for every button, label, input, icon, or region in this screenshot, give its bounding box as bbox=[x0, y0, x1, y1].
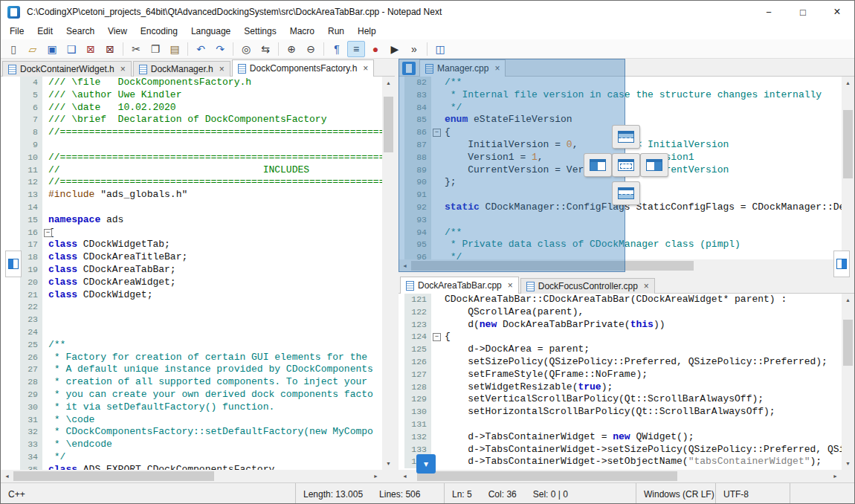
tab-close-icon[interactable]: × bbox=[508, 281, 513, 290]
line-number[interactable]: 19 bbox=[20, 264, 42, 277]
document-map-button[interactable]: ◫ bbox=[431, 41, 449, 57]
auto-hide-tab-bottom[interactable]: ▾ bbox=[416, 454, 436, 474]
scroll-track[interactable] bbox=[382, 89, 395, 457]
line-number[interactable]: 5 bbox=[20, 89, 42, 102]
line-number[interactable]: 25 bbox=[20, 339, 42, 352]
line-number[interactable]: 122 bbox=[404, 306, 431, 319]
line-number[interactable]: 18 bbox=[20, 251, 42, 264]
drop-indicator-center[interactable] bbox=[613, 154, 639, 176]
new-file-button[interactable]: ▯ bbox=[4, 41, 22, 57]
line-number[interactable]: 129 bbox=[404, 393, 431, 406]
scroll-thumb[interactable] bbox=[843, 320, 853, 366]
line-number[interactable]: 127 bbox=[404, 369, 431, 381]
line-number[interactable]: 23 bbox=[20, 314, 42, 326]
scroll-up-arrow[interactable]: ▲ bbox=[842, 294, 854, 306]
line-number[interactable]: 9 bbox=[20, 139, 42, 152]
scroll-track[interactable] bbox=[842, 89, 854, 247]
line-number[interactable]: 21 bbox=[20, 289, 42, 302]
scroll-thumb[interactable] bbox=[13, 471, 214, 481]
line-number[interactable]: 35 bbox=[20, 464, 42, 470]
line-number[interactable]: 126 bbox=[404, 356, 431, 369]
undo-button[interactable]: ↶ bbox=[192, 41, 210, 57]
menu-item-edit[interactable]: Edit bbox=[30, 24, 59, 39]
menu-item-help[interactable]: Help bbox=[351, 24, 383, 39]
titlebar[interactable]: C:\CodingXP\cetoni_projects_64bit\QtAdva… bbox=[1, 1, 854, 23]
line-number[interactable]: 121 bbox=[404, 294, 431, 306]
tab-dockareatabbar-cpp[interactable]: DockAreaTabBar.cpp× bbox=[400, 277, 519, 294]
line-number[interactable]: 10 bbox=[20, 152, 42, 164]
line-number[interactable]: 28 bbox=[20, 376, 42, 389]
menu-item-view[interactable]: View bbox=[101, 24, 134, 39]
line-number[interactable]: 20 bbox=[20, 277, 42, 289]
line-number[interactable]: 27 bbox=[20, 364, 42, 376]
open-file-button[interactable]: ▱ bbox=[24, 41, 42, 57]
line-number[interactable]: 13 bbox=[20, 189, 42, 201]
zoom-in-button[interactable]: ⊕ bbox=[283, 41, 300, 57]
line-number[interactable]: 6 bbox=[20, 102, 42, 114]
menu-item-macro[interactable]: Macro bbox=[283, 24, 321, 39]
scroll-left-arrow[interactable]: ◄ bbox=[399, 470, 411, 482]
maximize-button[interactable]: □ bbox=[786, 1, 820, 23]
indent-guide-button[interactable]: ≡ bbox=[347, 41, 365, 57]
drop-indicator-right[interactable] bbox=[641, 154, 668, 176]
line-number[interactable]: 4 bbox=[20, 77, 42, 89]
tab-close-icon[interactable]: × bbox=[219, 65, 225, 74]
playback-macro-button[interactable]: ▶ bbox=[386, 41, 404, 57]
minimize-button[interactable]: − bbox=[752, 1, 786, 23]
line-number[interactable]: 16 bbox=[20, 227, 42, 239]
auto-hide-tab-right[interactable] bbox=[833, 251, 850, 277]
tab-dockmanager-h[interactable]: DockManager.h× bbox=[133, 61, 230, 77]
line-number[interactable]: 30 bbox=[20, 401, 42, 414]
line-number[interactable]: 125 bbox=[404, 343, 431, 356]
line-number[interactable]: 22 bbox=[20, 301, 42, 314]
scroll-right-arrow[interactable]: ► bbox=[370, 470, 382, 482]
menu-item-run[interactable]: Run bbox=[321, 24, 351, 39]
vertical-scrollbar[interactable]: ▲▼ bbox=[382, 77, 395, 470]
record-macro-button[interactable]: ● bbox=[367, 41, 384, 57]
tab-dockcomponentsfactory-h[interactable]: DockComponentsFactory.h× bbox=[232, 59, 375, 77]
close-file-button[interactable]: ⊠ bbox=[82, 41, 100, 57]
find-button[interactable]: ◎ bbox=[237, 41, 255, 57]
line-number[interactable]: 14 bbox=[20, 201, 42, 214]
save-button[interactable]: ▣ bbox=[43, 41, 61, 57]
scroll-thumb[interactable] bbox=[417, 471, 677, 481]
menu-item-search[interactable]: Search bbox=[59, 24, 101, 39]
line-number[interactable]: 123 bbox=[404, 319, 431, 332]
scroll-track[interactable] bbox=[411, 470, 829, 482]
code-editor[interactable]: 4/// \file DockComponentsFactory.h5/// \… bbox=[1, 77, 382, 470]
line-number[interactable]: 7 bbox=[20, 114, 42, 126]
line-number[interactable]: 32 bbox=[20, 426, 42, 439]
line-number[interactable]: 17 bbox=[20, 239, 42, 251]
fold-marker[interactable]: − bbox=[44, 229, 52, 237]
show-symbols-button[interactable]: ¶ bbox=[328, 41, 346, 57]
drop-indicator-bottom[interactable] bbox=[613, 182, 639, 204]
line-number[interactable]: 131 bbox=[404, 419, 431, 431]
scroll-up-arrow[interactable]: ▲ bbox=[842, 77, 854, 89]
close-all-button[interactable]: ⊠ bbox=[101, 41, 119, 57]
line-number[interactable]: 15 bbox=[20, 214, 42, 227]
drop-indicator-top[interactable] bbox=[613, 126, 639, 148]
horizontal-scrollbar[interactable]: ◄► bbox=[1, 470, 395, 482]
line-number[interactable]: 33 bbox=[20, 439, 42, 451]
statusbar-language[interactable]: C++ bbox=[1, 483, 296, 504]
line-number[interactable]: 12 bbox=[20, 176, 42, 189]
paste-button[interactable]: ▤ bbox=[166, 41, 184, 57]
scroll-down-arrow[interactable]: ▼ bbox=[842, 457, 854, 470]
redo-button[interactable]: ↷ bbox=[211, 41, 229, 57]
vertical-scrollbar[interactable]: ▲▼ bbox=[842, 294, 854, 470]
run-macro-multiple-button[interactable]: » bbox=[405, 41, 423, 57]
menu-item-language[interactable]: Language bbox=[184, 24, 237, 39]
zoom-out-button[interactable]: ⊖ bbox=[302, 41, 320, 57]
line-number[interactable]: 34 bbox=[20, 451, 42, 464]
save-all-button[interactable]: ❑ bbox=[62, 41, 80, 57]
statusbar-eol-format[interactable]: Windows (CR LF) bbox=[636, 483, 716, 504]
line-number[interactable]: 124 bbox=[404, 331, 431, 343]
tab-dockcontainerwidget-h[interactable]: DockContainerWidget.h× bbox=[2, 61, 132, 77]
tab-close-icon[interactable]: × bbox=[644, 282, 649, 291]
line-number[interactable]: 130 bbox=[404, 406, 431, 419]
code-editor[interactable]: 121CDockAreaTabBar::CDockAreaTabBar(CDoc… bbox=[399, 294, 842, 470]
tab-dockfocuscontroller-cpp[interactable]: DockFocusController.cpp× bbox=[520, 278, 655, 294]
fold-marker[interactable]: − bbox=[433, 333, 441, 341]
tab-close-icon[interactable]: × bbox=[120, 65, 126, 74]
line-number[interactable]: 31 bbox=[20, 414, 42, 427]
